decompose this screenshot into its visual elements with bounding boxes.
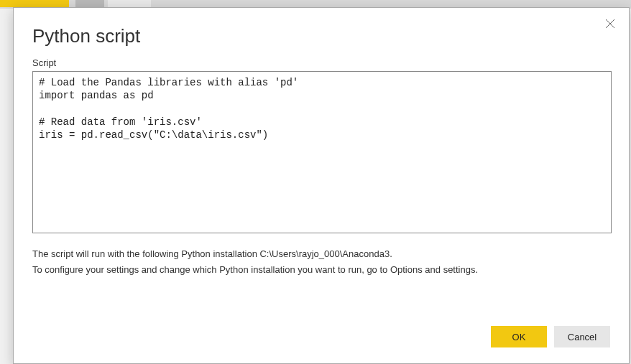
cancel-button[interactable]: Cancel (554, 326, 610, 347)
python-script-dialog: Python script Script The script will run… (13, 7, 630, 364)
info-text: The script will run with the following P… (14, 236, 629, 278)
script-label: Script (14, 57, 629, 71)
close-icon (605, 19, 615, 29)
bg-gray-strip (75, 0, 104, 7)
close-button[interactable] (603, 17, 617, 31)
bg-accent-strip (0, 0, 69, 7)
bg-gray-strip (108, 0, 151, 7)
ok-button[interactable]: OK (491, 326, 547, 347)
script-input[interactable] (32, 71, 612, 233)
dialog-title: Python script (14, 8, 629, 57)
dialog-button-row: OK Cancel (491, 326, 610, 347)
info-line-1: The script will run with the following P… (32, 246, 610, 262)
info-line-2: To configure your settings and change wh… (32, 262, 610, 278)
